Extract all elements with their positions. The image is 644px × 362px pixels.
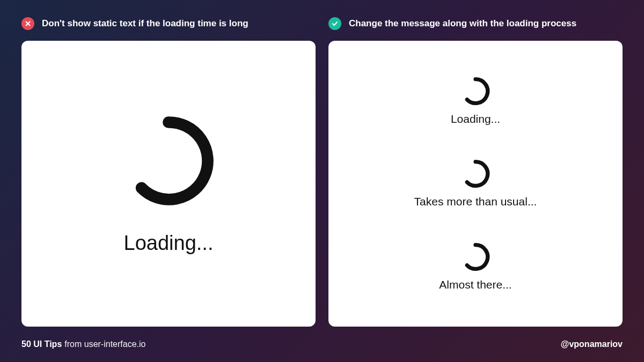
footer: 50 UI Tips from user-interface.io @vpona… [21, 327, 623, 362]
dont-column: Don't show static text if the loading ti… [21, 17, 316, 327]
loading-state-text: Almost there... [439, 278, 511, 291]
loading-state-3: Almost there... [439, 242, 511, 291]
do-column: Change the message along with the loadin… [328, 17, 623, 327]
footer-title: 50 UI Tips [21, 339, 62, 349]
dont-card: Loading... [21, 41, 316, 327]
footer-source: from user-interface.io [64, 339, 145, 349]
spinner-icon [460, 242, 491, 272]
loading-state-text: Takes more than usual... [414, 195, 537, 208]
check-icon [328, 17, 341, 30]
footer-handle: @vponamariov [561, 339, 623, 349]
cross-icon [21, 17, 34, 30]
dont-header-text: Don't show static text if the loading ti… [42, 18, 248, 29]
loading-state-1: Loading... [451, 76, 500, 125]
loading-text: Loading... [124, 232, 214, 255]
spinner-icon [120, 113, 217, 209]
do-header: Change the message along with the loadin… [328, 17, 623, 30]
dont-header: Don't show static text if the loading ti… [21, 17, 316, 30]
loading-state-2: Takes more than usual... [414, 159, 537, 208]
spinner-icon [460, 76, 491, 106]
footer-attribution: 50 UI Tips from user-interface.io [21, 339, 145, 349]
spinner-icon [460, 159, 491, 189]
loading-state-text: Loading... [451, 113, 500, 125]
do-header-text: Change the message along with the loadin… [349, 18, 576, 29]
do-card: Loading... Takes more than usual... Almo… [328, 41, 623, 327]
